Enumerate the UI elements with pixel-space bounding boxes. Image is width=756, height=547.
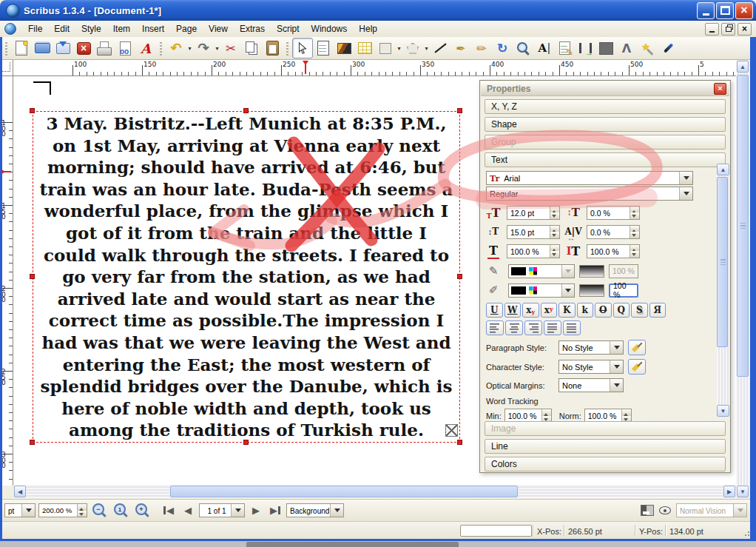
close-document-icon[interactable] bbox=[73, 38, 94, 58]
next-page-icon[interactable]: ▶ bbox=[248, 503, 264, 518]
menu-style[interactable]: Style bbox=[75, 21, 107, 36]
tracking-spinner[interactable]: 0.0 % bbox=[587, 225, 640, 239]
eye-dropper-icon[interactable] bbox=[658, 38, 678, 58]
menu-script[interactable]: Script bbox=[271, 21, 306, 36]
scroll-down-icon[interactable]: ▼ bbox=[737, 486, 749, 497]
spinner-arrows[interactable] bbox=[541, 409, 551, 422]
frame-handle[interactable] bbox=[30, 440, 35, 445]
font-family-combo[interactable]: Tr Arial bbox=[486, 171, 693, 185]
insert-image-frame-icon[interactable] bbox=[334, 38, 354, 58]
menu-page[interactable]: Page bbox=[170, 21, 203, 36]
zoom-icon[interactable] bbox=[513, 38, 533, 58]
select-item-icon[interactable] bbox=[292, 38, 313, 58]
minimize-button[interactable] bbox=[697, 2, 715, 19]
subscript-button[interactable]: xy bbox=[522, 303, 539, 318]
visual-appearance-icon[interactable] bbox=[658, 506, 672, 515]
document-restore-button[interactable] bbox=[721, 23, 735, 36]
optical-margins-combo[interactable]: None bbox=[558, 378, 624, 392]
toolbar-grip[interactable] bbox=[158, 40, 163, 56]
align-center-button[interactable] bbox=[505, 321, 523, 335]
frame-handle[interactable] bbox=[243, 108, 249, 113]
properties-close-icon[interactable]: × bbox=[714, 83, 726, 95]
redo-dropdown-icon[interactable] bbox=[214, 38, 220, 58]
superscript-button[interactable]: xy bbox=[541, 303, 558, 318]
frame-handle[interactable] bbox=[30, 274, 35, 279]
text-overflow-icon[interactable] bbox=[445, 424, 458, 437]
dropdown-arrow-icon[interactable] bbox=[610, 360, 623, 373]
tab-shape[interactable]: Shape bbox=[485, 117, 726, 132]
panel-scroll-down-icon[interactable]: ▼ bbox=[717, 405, 729, 417]
dropdown-arrow-icon[interactable] bbox=[679, 172, 692, 184]
spinner-arrows[interactable] bbox=[550, 226, 559, 238]
spinner-arrows[interactable] bbox=[550, 207, 559, 219]
link-text-frames-icon[interactable] bbox=[575, 38, 595, 58]
last-page-icon[interactable]: ▶ bbox=[267, 503, 283, 518]
insert-table-icon[interactable] bbox=[354, 38, 375, 58]
menu-extras[interactable]: Extras bbox=[234, 21, 271, 36]
copy-item-properties-icon[interactable] bbox=[637, 38, 658, 58]
dropdown-arrow-icon[interactable] bbox=[21, 504, 35, 517]
underline-button[interactable]: U bbox=[486, 303, 503, 318]
insert-polygon-icon[interactable] bbox=[402, 38, 423, 58]
dropdown-arrow-icon[interactable] bbox=[330, 504, 343, 517]
spinner-arrows[interactable] bbox=[621, 409, 631, 422]
undo-icon[interactable] bbox=[166, 38, 186, 58]
dropdown-arrow-icon[interactable] bbox=[561, 284, 574, 297]
insert-bezier-curve-icon[interactable] bbox=[450, 38, 471, 58]
clear-paragraph-style-button[interactable] bbox=[628, 340, 646, 355]
zoom-in-icon[interactable] bbox=[133, 502, 152, 519]
preview-mode-icon[interactable] bbox=[641, 505, 654, 516]
preflight-verifier-icon[interactable] bbox=[115, 38, 135, 58]
insert-text-frame-icon[interactable] bbox=[313, 38, 334, 58]
insert-line-icon[interactable] bbox=[430, 38, 450, 58]
first-page-icon[interactable]: ◀ bbox=[161, 503, 177, 518]
frame-handle[interactable] bbox=[457, 108, 462, 113]
panel-scroll-up-icon[interactable]: ▲ bbox=[717, 164, 729, 175]
zoom-level-spinner[interactable]: 200.00 % bbox=[38, 503, 87, 517]
dropdown-arrow-icon[interactable] bbox=[610, 379, 623, 392]
font-size-spinner[interactable]: 12.0 pt bbox=[507, 206, 560, 220]
menu-item[interactable]: Item bbox=[107, 21, 136, 36]
print-icon[interactable] bbox=[94, 38, 115, 58]
new-document-icon[interactable] bbox=[11, 38, 32, 58]
toolbar-grip[interactable] bbox=[285, 40, 290, 56]
spinner-arrows[interactable] bbox=[630, 226, 639, 238]
vertical-scrollbar[interactable]: ▲ ▼ bbox=[736, 60, 749, 498]
shape-dropdown-icon[interactable] bbox=[396, 38, 402, 58]
text-frame[interactable]: 3 May. Bistritz.--Left Munich at 8:35 P.… bbox=[33, 111, 460, 443]
dropdown-arrow-icon[interactable] bbox=[679, 187, 692, 200]
underline-words-button[interactable]: W bbox=[504, 303, 522, 318]
frame-handle[interactable] bbox=[457, 274, 462, 279]
save-document-icon[interactable] bbox=[53, 38, 73, 58]
menu-edit[interactable]: Edit bbox=[48, 21, 75, 36]
frame-handle[interactable] bbox=[30, 108, 35, 113]
panel-scroll-thumb[interactable] bbox=[717, 177, 728, 347]
layer-combo[interactable]: Background bbox=[286, 503, 344, 517]
shadow-text-button[interactable]: S bbox=[631, 303, 648, 318]
frame-handle[interactable] bbox=[243, 440, 249, 445]
line-spacing-spinner[interactable]: 15.0 pt bbox=[507, 225, 560, 239]
document-close-button[interactable] bbox=[738, 23, 752, 36]
fill-shade-value[interactable]: 100 % bbox=[609, 283, 638, 298]
tab-colors[interactable]: Colors bbox=[485, 457, 726, 472]
cut-icon[interactable] bbox=[220, 38, 241, 58]
dropdown-arrow-icon[interactable] bbox=[231, 504, 244, 517]
horizontal-scroll-thumb[interactable] bbox=[170, 486, 518, 497]
insert-shape-icon[interactable] bbox=[375, 38, 396, 58]
polygon-dropdown-icon[interactable] bbox=[423, 38, 430, 58]
align-justify-button[interactable] bbox=[544, 321, 561, 335]
scale-height-spinner[interactable]: 100.0 % bbox=[587, 244, 640, 258]
tab-xyz[interactable]: X, Y, Z bbox=[485, 99, 726, 114]
menu-help[interactable]: Help bbox=[353, 21, 383, 36]
close-button[interactable] bbox=[735, 2, 753, 19]
horizontal-scrollbar[interactable]: ◀ ▶ bbox=[13, 485, 736, 498]
insert-freehand-line-icon[interactable] bbox=[471, 38, 492, 58]
zoom-out-icon[interactable] bbox=[90, 502, 109, 519]
small-caps-button[interactable]: k bbox=[577, 303, 594, 318]
page-indicator-combo[interactable]: 1 of 1 bbox=[199, 503, 245, 517]
vertical-scroll-thumb[interactable] bbox=[737, 75, 749, 377]
previous-page-icon[interactable]: ◀ bbox=[180, 503, 196, 518]
horizontal-ruler[interactable]: 100 150 200 250 300 350 400 450 500 5 bbox=[13, 60, 736, 76]
scale-width-spinner[interactable]: 100.0 % bbox=[507, 244, 560, 258]
undo-dropdown-icon[interactable] bbox=[186, 38, 193, 58]
